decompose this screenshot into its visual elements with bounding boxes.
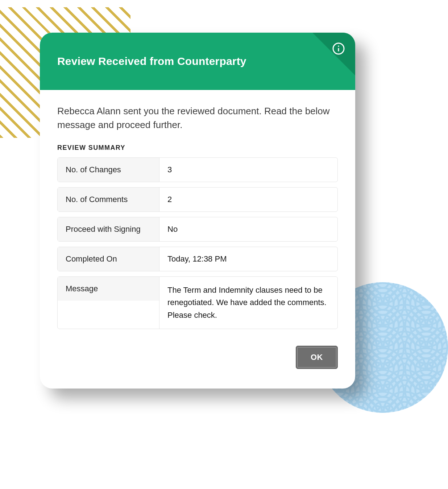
modal-title: Review Received from Counterparty bbox=[57, 55, 246, 67]
table-row: No. of Comments 2 bbox=[57, 187, 338, 212]
table-row: Message The Term and Indemnity clauses n… bbox=[57, 276, 338, 329]
row-value: Today, 12:38 PM bbox=[159, 247, 337, 271]
review-modal: Review Received from Counterparty Rebecc… bbox=[40, 33, 355, 389]
row-label: Proceed with Signing bbox=[58, 217, 159, 241]
table-row: Proceed with Signing No bbox=[57, 217, 338, 242]
row-label: Message bbox=[58, 277, 159, 301]
intro-text: Rebecca Alann sent you the reviewed docu… bbox=[57, 104, 338, 132]
ok-button[interactable]: OK bbox=[296, 346, 338, 369]
row-value: 3 bbox=[159, 158, 337, 182]
info-icon[interactable] bbox=[332, 42, 345, 55]
section-label: REVIEW SUMMARY bbox=[57, 144, 338, 152]
svg-point-18 bbox=[338, 46, 339, 47]
table-row: No. of Changes 3 bbox=[57, 157, 338, 182]
row-label: No. of Comments bbox=[58, 188, 159, 211]
table-row: Completed On Today, 12:38 PM bbox=[57, 247, 338, 271]
summary-table: No. of Changes 3 No. of Comments 2 Proce… bbox=[57, 157, 338, 329]
row-label: Completed On bbox=[58, 247, 159, 271]
actions: OK bbox=[57, 346, 338, 369]
modal-body: Rebecca Alann sent you the reviewed docu… bbox=[40, 90, 355, 389]
row-label: No. of Changes bbox=[58, 158, 159, 182]
row-value: The Term and Indemnity clauses need to b… bbox=[159, 277, 337, 328]
modal-header: Review Received from Counterparty bbox=[40, 33, 355, 90]
row-value: 2 bbox=[159, 188, 337, 211]
row-value: No bbox=[159, 217, 337, 241]
